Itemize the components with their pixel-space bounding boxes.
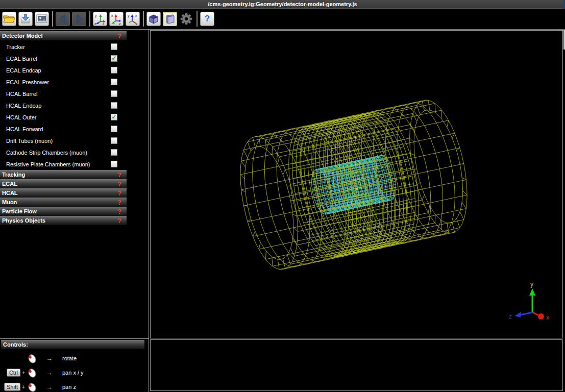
toolbar-separator [52,11,53,27]
section-label: HCAL [2,190,18,196]
row-hcal-forward: HCAL Forward [0,123,127,135]
perspective-view-button[interactable] [146,12,161,26]
shift-key: Shift [4,383,20,391]
section-label: Muon [2,199,17,205]
row-hcal-endcap: HCAL Endcap [0,100,127,111]
checkbox-hcal-endcap[interactable] [111,102,117,109]
plus-sign: + [20,370,27,376]
section-label: Particle Flow [2,208,37,214]
row-csc: Cathode Strip Chambers (muon) [0,146,127,158]
save-image-button[interactable] [18,12,33,26]
checkbox-hcal-forward[interactable] [111,126,117,132]
mouse-icon [27,381,39,392]
checkbox-hcal-barrel[interactable] [111,90,117,97]
window-title: /cms-geometry.ig:Geometry/detector-model… [0,0,565,9]
help-button[interactable]: ? [200,12,214,26]
section-label: Physics Objects [2,217,45,224]
axis-label-y: y [530,281,533,288]
row-label: ECAL Barrel [6,56,37,62]
row-label: HCAL Forward [6,126,43,132]
screenshot-button[interactable] [35,12,49,26]
axes-yxz-icon: y x z [127,13,139,25]
detector-model-title: Detector Model [2,33,42,39]
viewport-3d-panel[interactable]: y z x [150,30,563,338]
mouse-icon [27,353,39,364]
row-tracker: Tracker [0,41,127,53]
action-label: pan x / y [62,370,84,376]
section-hcal[interactable]: HCAL ? [0,188,127,198]
row-label: Cathode Strip Chambers (muon) [6,150,87,156]
help-icon[interactable]: ? [117,190,121,197]
settings-button[interactable] [179,12,193,26]
previous-event-button[interactable] [56,12,70,26]
help-icon[interactable]: ? [117,199,121,206]
help-icon[interactable]: ? [117,181,121,187]
detector-model-header[interactable]: Detector Model ? [0,31,127,40]
cube-icon [148,13,160,25]
row-label: Resistive Plate Chambers (muon) [6,161,90,167]
checkbox-drift-tubes[interactable] [111,137,117,144]
controls-legend: Controls: → rotate Ctrl + [0,340,149,392]
orthographic-view-button[interactable] [163,12,177,26]
help-icon[interactable]: ? [117,33,121,39]
bottom-panel[interactable] [150,339,563,391]
folder-icon [3,14,15,23]
section-particle-flow[interactable]: Particle Flow ? [0,207,127,216]
view-axes-button-3[interactable]: y x z [126,12,140,26]
help-icon[interactable]: ? [117,208,121,215]
view-axes-button-2[interactable]: x z [109,12,124,26]
row-ecal-barrel: ECAL Barrel ✓ [0,53,127,64]
row-label: ECAL Preshower [6,79,49,85]
section-ecal[interactable]: ECAL ? [0,179,127,188]
row-ecal-endcap: ECAL Endcap [0,64,127,76]
arrow-right-icon [73,13,85,24]
toolbar: y x z x z y x [0,9,565,29]
next-event-button[interactable] [72,12,86,26]
row-drift-tubes: Drift Tubes (muon) [0,135,127,146]
svg-text:y: y [128,14,130,18]
row-label: Drift Tubes (muon) [6,138,53,144]
help-icon[interactable]: ? [117,217,121,224]
row-rpc: Resistive Plate Chambers (muon) [0,158,127,170]
section-tracking[interactable]: Tracking ? [0,170,127,179]
ctrl-key: Ctrl [7,369,20,377]
axis-label-x: x [546,314,549,321]
control-row-rotate: → rotate [0,351,149,365]
maps-to-arrow: → [46,355,57,362]
save-icon [20,13,31,24]
maps-to-arrow: → [46,383,57,391]
row-hcal-outer: HCAL Outer ✓ [0,111,127,123]
checkbox-ecal-preshower[interactable] [111,79,117,85]
svg-text:z: z [136,22,138,25]
arrow-left-icon [57,13,68,24]
checkbox-tracker[interactable] [111,43,117,50]
row-label: HCAL Outer [6,114,37,120]
controls-title: Controls: [3,341,28,348]
svg-text:z: z [119,22,121,25]
checkbox-ecal-endcap[interactable] [111,67,117,74]
view-axes-button-1[interactable]: y x z [93,12,107,26]
toolbar-separator [196,11,198,27]
checkbox-hcal-outer[interactable]: ✓ [111,114,117,120]
action-label: pan z [62,384,76,390]
section-physics-objects[interactable]: Physics Objects ? [0,216,127,225]
sidebar-splitter[interactable] [149,30,149,392]
svg-text:y: y [95,14,97,18]
open-file-button[interactable] [2,12,16,26]
control-row-pan-xy: Ctrl + → pan x / y [0,365,149,380]
sidebar-sections: Tracking ? ECAL ? HCAL ? Muon ? Particle… [0,170,127,225]
row-hcal-barrel: HCAL Barrel [0,88,127,100]
checkbox-rpc[interactable] [111,161,117,167]
toolbar-separator [143,11,144,27]
row-label: HCAL Endcap [6,103,41,109]
row-label: Tracker [6,44,25,50]
checkbox-csc[interactable] [111,149,117,156]
sidebar-bottom-divider [0,338,149,339]
checkbox-ecal-barrel[interactable]: ✓ [111,55,117,62]
help-icon[interactable]: ? [117,172,121,178]
svg-text:x: x [103,22,105,25]
section-muon[interactable]: Muon ? [0,198,127,207]
detector-3d-view[interactable]: y z x [151,31,562,338]
cube-flat-icon [164,13,176,25]
svg-text:z: z [94,22,96,25]
